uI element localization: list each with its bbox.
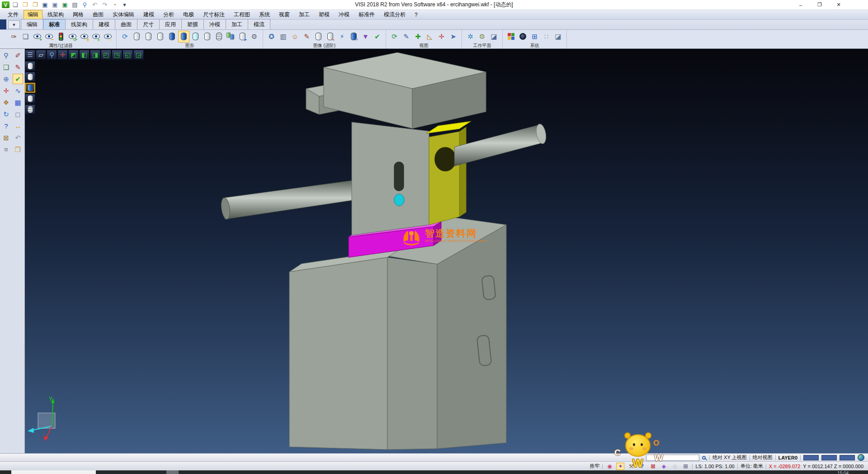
bottom-view-icon[interactable]: ◲ bbox=[133, 50, 144, 60]
search-input[interactable] bbox=[646, 455, 699, 461]
globe-icon[interactable] bbox=[858, 454, 864, 461]
sketch-erase-icon[interactable]: ✐ bbox=[13, 50, 23, 61]
color-swatch-1[interactable] bbox=[803, 455, 819, 460]
view-orient-icon[interactable]: ➤ bbox=[448, 31, 459, 43]
left-view-icon[interactable]: ◨ bbox=[90, 50, 100, 60]
help-small-icon[interactable]: ? bbox=[638, 463, 646, 470]
menu-item-7[interactable]: 分析 bbox=[159, 10, 178, 19]
iso-cube-icon[interactable]: ◈ bbox=[660, 463, 668, 470]
menu-item-8[interactable]: 电极 bbox=[179, 10, 198, 19]
flat-shade-cylinder-icon[interactable] bbox=[202, 31, 213, 43]
confirm-check-icon[interactable]: ✔ bbox=[13, 74, 23, 84]
open-folder-icon[interactable]: ❒ bbox=[21, 1, 29, 9]
hidden-line-cylinder-icon[interactable] bbox=[143, 31, 154, 43]
menu-item-9[interactable]: 尺寸标注 bbox=[199, 10, 229, 19]
view-axis-icon[interactable]: ✛ bbox=[436, 31, 447, 43]
menu-item-18[interactable]: ? bbox=[410, 11, 422, 19]
axonometric-icon[interactable]: ✛ bbox=[57, 50, 68, 60]
zoom-extent-icon[interactable]: ⊕ bbox=[1, 74, 11, 84]
ribbon-tab-5[interactable]: 尺寸 bbox=[137, 19, 160, 29]
render-mode-icon[interactable]: ✪ bbox=[266, 31, 277, 43]
view-edit-icon[interactable]: ✎ bbox=[401, 31, 412, 43]
undo-icon[interactable]: ↶ bbox=[90, 1, 99, 9]
zoom-dynamic-icon[interactable]: ⚲ bbox=[47, 50, 57, 60]
minimize-button[interactable]: – bbox=[795, 1, 807, 9]
face-edit-icon[interactable]: ✎ bbox=[301, 31, 312, 43]
section-cylinder-icon[interactable] bbox=[213, 31, 225, 43]
snap-lock-toggle[interactable]: 拴牢 bbox=[590, 463, 599, 469]
menu-item-11[interactable]: 系统 bbox=[255, 10, 274, 19]
dashed-cylinder-icon[interactable] bbox=[155, 31, 166, 43]
view-mode-label[interactable]: 绝对 XY 上视图 bbox=[712, 454, 747, 461]
menu-item-5[interactable]: 实体编辑 bbox=[108, 10, 138, 19]
ribbon-tab-7[interactable]: 塑膜 bbox=[181, 19, 204, 29]
ribbon-tab-10[interactable]: 模流 bbox=[248, 19, 270, 29]
model-guide-shaft-right[interactable] bbox=[454, 123, 547, 166]
shaded-cylinder-icon[interactable] bbox=[166, 31, 178, 43]
workplane-align-icon[interactable]: ◪ bbox=[488, 31, 500, 43]
hide-entity-icon[interactable]: − bbox=[43, 31, 55, 43]
regen-refresh-icon[interactable]: ↻ bbox=[1, 109, 11, 119]
open-folder-small-icon[interactable]: ❒ bbox=[13, 144, 23, 155]
menu-item-6[interactable]: 建模 bbox=[139, 10, 158, 19]
ribbon-tab-0[interactable]: 编辑 bbox=[21, 19, 43, 29]
ribbon-tab-4[interactable]: 曲面 bbox=[115, 19, 137, 29]
close-button[interactable]: ✕ bbox=[833, 1, 844, 9]
wand-icon[interactable]: ✦ bbox=[616, 463, 624, 470]
print-preview-icon[interactable]: ⚲ bbox=[80, 1, 89, 9]
strip-wireframe-icon[interactable] bbox=[25, 61, 35, 71]
hide-all-icon[interactable]: － bbox=[102, 31, 113, 43]
shade-cube-icon[interactable]: ◻ bbox=[13, 109, 23, 119]
filter-funnel-icon[interactable]: ▼ bbox=[360, 31, 371, 43]
restore-button[interactable]: ❐ bbox=[814, 1, 826, 9]
wireframe-cylinder-icon[interactable] bbox=[131, 31, 142, 43]
show-all-icon[interactable]: ＋ bbox=[90, 31, 102, 43]
menu-item-13[interactable]: 加工 bbox=[295, 10, 314, 19]
grid-plane-icon[interactable]: ▦ bbox=[13, 97, 23, 108]
right-view-icon[interactable]: ◳ bbox=[112, 50, 122, 60]
redo-icon[interactable]: ↷ bbox=[100, 1, 109, 9]
view-add-icon[interactable]: ✚ bbox=[412, 31, 424, 43]
view-measure-icon[interactable]: ◺ bbox=[424, 31, 435, 43]
top-view-icon[interactable]: ◰ bbox=[101, 50, 111, 60]
compare-solids-icon[interactable] bbox=[225, 31, 236, 43]
ribbon-tab-2[interactable]: 线架构 bbox=[65, 19, 93, 29]
shaded-edges-cylinder-icon[interactable] bbox=[178, 31, 189, 43]
material-columns-icon[interactable]: ▥ bbox=[278, 31, 289, 43]
model-punch-column[interactable] bbox=[352, 122, 429, 235]
scrollbar-thumb[interactable] bbox=[11, 470, 96, 474]
view-refresh-icon[interactable]: ⟳ bbox=[389, 31, 400, 43]
ribbon-tab-3[interactable]: 建模 bbox=[93, 19, 115, 29]
filter-traffic-icon[interactable] bbox=[55, 31, 66, 43]
model-cyan-pin[interactable] bbox=[394, 194, 404, 206]
back-view-icon[interactable]: ◱ bbox=[123, 50, 133, 60]
model-guide-shaft-left[interactable] bbox=[220, 180, 352, 220]
menu-item-2[interactable]: 线架构 bbox=[43, 10, 68, 19]
save-icon[interactable]: ▣ bbox=[41, 1, 49, 9]
attributes-page-icon[interactable]: ❏ bbox=[20, 31, 31, 43]
strip-shaded-icon[interactable] bbox=[25, 83, 35, 93]
iso-view-icon[interactable]: ◩ bbox=[68, 50, 79, 60]
solid-edit-icon[interactable]: ✎ bbox=[325, 31, 336, 43]
ribbon-tab-1[interactable]: 标准 bbox=[43, 19, 66, 29]
rect-select-icon[interactable]: ❏ bbox=[1, 62, 11, 72]
validate-solid-icon[interactable]: ✔ bbox=[372, 31, 383, 43]
menu-item-4[interactable]: 曲面 bbox=[89, 10, 108, 19]
dot-grid-icon[interactable]: ∷ bbox=[541, 31, 552, 43]
measure-distance-icon[interactable]: ↔ bbox=[13, 121, 23, 131]
edit-attributes-icon[interactable]: ✑ bbox=[8, 31, 19, 43]
menu-item-1[interactable]: 编辑 bbox=[24, 10, 42, 19]
solid-lighting-icon[interactable]: ⚡ bbox=[348, 31, 359, 43]
no-select-icon[interactable]: ⊠ bbox=[649, 463, 657, 470]
menu-item-3[interactable]: 网格 bbox=[69, 10, 88, 19]
strip-section-icon[interactable] bbox=[25, 104, 35, 114]
attributes-palette-icon[interactable]: ❖ bbox=[1, 97, 11, 108]
ribbon-tab-9[interactable]: 加工 bbox=[226, 19, 248, 29]
record-icon[interactable]: ◉ bbox=[605, 463, 613, 470]
tab-dropdown-button[interactable]: ▼ bbox=[8, 20, 20, 29]
clamp-profile-icon[interactable]: ⌗ bbox=[1, 144, 11, 155]
lighting-icon[interactable]: ⚡ bbox=[336, 31, 348, 43]
glove-icon[interactable]: ◍ bbox=[670, 463, 679, 470]
spline-edit-icon[interactable]: ∿ bbox=[13, 85, 23, 96]
graphics-canvas[interactable]: ☰▱⚲✛◩◧◨◰◳◱◲ bbox=[25, 49, 868, 453]
